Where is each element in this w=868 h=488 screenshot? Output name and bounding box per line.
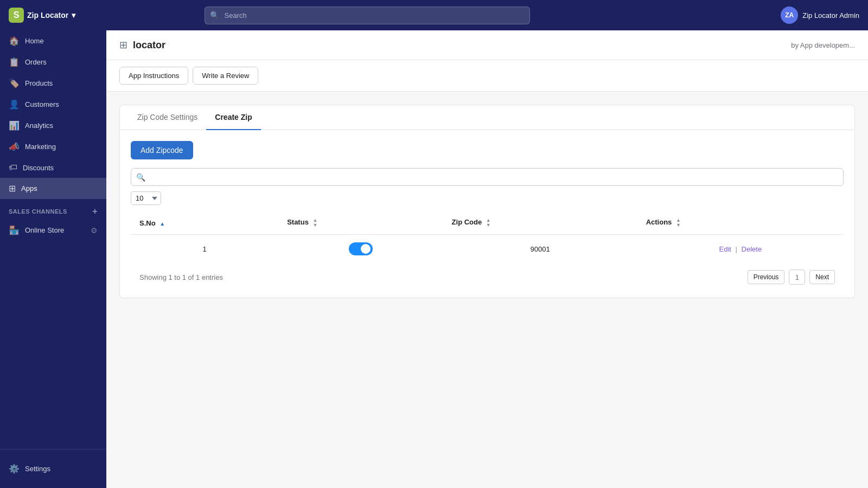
sidebar-item-label: Settings	[25, 465, 50, 473]
main-content: Zip Code Settings Create Zip Add Zipcode…	[106, 92, 868, 311]
table-search-input[interactable]	[131, 168, 844, 186]
tabs: Zip Code Settings Create Zip	[120, 105, 854, 130]
page-subtitle: by App developem...	[791, 41, 855, 49]
sort-icon-status: ▲▼	[312, 218, 317, 228]
pagination-current-page: 1	[789, 269, 805, 285]
page-title: locator	[133, 40, 165, 51]
top-nav-right: ZA Zip Locator Admin	[781, 7, 859, 24]
marketing-icon: 📣	[9, 142, 20, 152]
tab-zip-code-settings[interactable]: Zip Code Settings	[129, 105, 206, 130]
tab-create-zip[interactable]: Create Zip	[206, 105, 260, 130]
sidebar-item-analytics[interactable]: 📊 Analytics	[0, 115, 106, 136]
sidebar-item-label: Products	[25, 79, 53, 87]
cell-actions: Edit | Delete	[637, 235, 844, 264]
settings-icon: ⚙️	[9, 464, 20, 474]
admin-name: Zip Locator Admin	[802, 11, 859, 20]
pagination: Showing 1 to 1 of 1 entries Previous 1 N…	[131, 263, 844, 287]
sales-channels-header: SALES CHANNELS +	[0, 199, 106, 220]
toggle-slider	[349, 242, 373, 255]
per-page-dropdown[interactable]: 10 25 50 100	[131, 191, 161, 205]
data-table: S.No ▲ Status ▲▼ Zip Code ▲▼	[131, 211, 844, 263]
sort-icon-actions: ▲▼	[676, 218, 681, 228]
products-icon: 🏷️	[9, 78, 20, 88]
app-instructions-button[interactable]: App Instructions	[119, 67, 188, 85]
status-toggle[interactable]	[349, 242, 373, 255]
page-title-icon: ⊞	[119, 39, 127, 51]
search-area: 🔍	[205, 7, 530, 24]
pagination-info: Showing 1 to 1 of 1 entries	[139, 273, 223, 281]
discounts-icon: 🏷	[9, 163, 17, 172]
col-header-actions[interactable]: Actions ▲▼	[637, 211, 844, 235]
pagination-previous-button[interactable]: Previous	[748, 270, 785, 284]
sidebar-item-label: Home	[25, 37, 44, 45]
sidebar-item-label: Orders	[25, 58, 47, 66]
content: ⊞ locator by App developem... App Instru…	[106, 30, 868, 488]
search-input[interactable]	[205, 7, 530, 24]
sidebar-item-online-store[interactable]: 🏪 Online Store ⚙	[0, 220, 106, 241]
online-store-icon: 🏪	[9, 225, 20, 235]
sidebar-item-label: Marketing	[25, 143, 56, 151]
delete-link[interactable]: Delete	[742, 245, 762, 253]
top-nav: S Zip Locator ▾ 🔍 ZA Zip Locator Admin	[0, 0, 868, 30]
home-icon: 🏠	[9, 36, 20, 46]
customers-icon: 👤	[9, 99, 20, 110]
sales-channels-label: SALES CHANNELS	[9, 208, 67, 215]
sidebar-item-discounts[interactable]: 🏷 Discounts	[0, 157, 106, 178]
brand[interactable]: S Zip Locator ▾	[9, 8, 75, 23]
pagination-controls: Previous 1 Next	[748, 269, 835, 285]
per-page-select: 10 25 50 100	[131, 191, 844, 205]
sidebar-item-marketing[interactable]: 📣 Marketing	[0, 136, 106, 157]
sidebar-item-settings[interactable]: ⚙️ Settings	[0, 458, 106, 479]
write-review-button[interactable]: Write a Review	[193, 67, 258, 85]
table-search-icon: 🔍	[136, 173, 145, 182]
search-icon: 🔍	[210, 11, 219, 20]
table-search: 🔍	[131, 168, 844, 186]
main-layout: 🏠 Home 📋 Orders 🏷️ Products 👤 Customers …	[0, 30, 868, 488]
add-zipcode-button[interactable]: Add Zipcode	[131, 141, 193, 159]
cell-sno: 1	[131, 235, 278, 264]
main-card: Zip Code Settings Create Zip Add Zipcode…	[119, 105, 855, 298]
table-row: 1 90001 Edit |	[131, 235, 844, 264]
sidebar-bottom: ⚙️ Settings	[0, 449, 106, 479]
sidebar-item-customers[interactable]: 👤 Customers	[0, 94, 106, 115]
page-title-row: ⊞ locator	[119, 39, 165, 51]
brand-dropdown-icon: ▾	[72, 11, 75, 20]
action-separator: |	[736, 245, 737, 253]
analytics-icon: 📊	[9, 120, 20, 131]
sidebar-item-label: Analytics	[25, 121, 53, 130]
sort-icon-zipcode: ▲▼	[486, 218, 491, 228]
sidebar-item-label: Customers	[25, 100, 59, 108]
sidebar-item-orders[interactable]: 📋 Orders	[0, 52, 106, 73]
sidebar-item-home[interactable]: 🏠 Home	[0, 30, 106, 52]
pagination-next-button[interactable]: Next	[809, 270, 835, 284]
shopify-icon: S	[9, 8, 24, 23]
cell-status	[278, 235, 443, 264]
col-header-status[interactable]: Status ▲▼	[278, 211, 443, 235]
online-store-settings-icon[interactable]: ⚙	[91, 226, 98, 235]
sidebar-item-apps[interactable]: ⊞ Apps	[0, 178, 106, 199]
edit-link[interactable]: Edit	[719, 245, 731, 253]
tab-content-create-zip: Add Zipcode 🔍 10 25 50 100	[120, 130, 854, 298]
col-header-sno[interactable]: S.No ▲	[131, 211, 278, 235]
page-header: ⊞ locator by App developem...	[106, 30, 868, 60]
action-buttons: App Instructions Write a Review	[106, 60, 868, 92]
sidebar-item-label: Online Store	[25, 226, 64, 234]
col-header-zipcode[interactable]: Zip Code ▲▼	[443, 211, 637, 235]
brand-name: Zip Locator	[27, 11, 68, 20]
sort-icon-sno: ▲	[159, 221, 165, 227]
sidebar-item-label: Apps	[21, 184, 37, 192]
sales-channels-add-icon[interactable]: +	[92, 207, 98, 216]
sidebar: 🏠 Home 📋 Orders 🏷️ Products 👤 Customers …	[0, 30, 106, 488]
cell-zipcode: 90001	[443, 235, 637, 264]
sidebar-item-label: Discounts	[23, 164, 54, 172]
apps-icon: ⊞	[9, 183, 16, 194]
table-header-row: S.No ▲ Status ▲▼ Zip Code ▲▼	[131, 211, 844, 235]
sidebar-item-products[interactable]: 🏷️ Products	[0, 73, 106, 94]
avatar[interactable]: ZA	[781, 7, 798, 24]
orders-icon: 📋	[9, 57, 20, 67]
